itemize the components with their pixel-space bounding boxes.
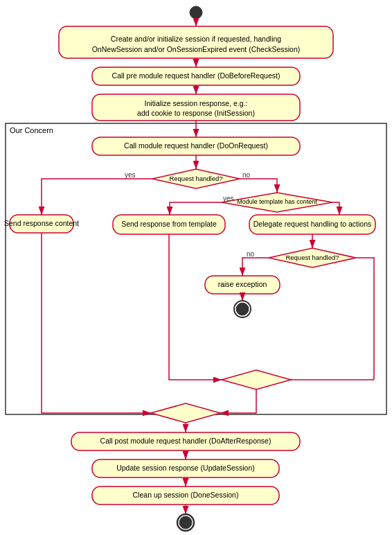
send-response-content-text: Send response content	[4, 219, 79, 227]
delegate-request-text: Delegate request handling to actions	[253, 220, 371, 228]
inner-end-node	[236, 303, 249, 315]
arrow-yes3-line	[356, 258, 374, 380]
yes-label-2: yes	[223, 195, 234, 202]
no-label-1: no	[242, 171, 251, 179]
send-from-template-text: Send response from template	[121, 220, 217, 228]
do-on-request-text: Call module request handler (DoOnRequest…	[124, 141, 268, 150]
arrow-yes1	[42, 179, 152, 215]
arrow-no2	[332, 202, 339, 215]
concern-label: Our Concern	[10, 126, 53, 134]
init-session-text1: Initialize session response, e.g.:	[145, 99, 248, 107]
check-session-text2: OnNewSession and/or OnSessionExpired eve…	[92, 45, 301, 53]
start-node	[190, 6, 202, 19]
do-before-request-text: Call pre module request handler (DoBefor…	[112, 71, 280, 80]
arrow-yes2	[170, 202, 222, 215]
update-session-text: Update session response (UpdateSession)	[116, 464, 255, 472]
arrow-no3	[242, 258, 269, 276]
no-label-2: no	[247, 250, 255, 258]
request-handled-text1: Request handled?	[169, 175, 222, 182]
check-session-text: Create and/or initialize session if requ…	[111, 35, 281, 43]
diagram-container: Create and/or initialize session if requ…	[0, 0, 392, 535]
arrow-content-merge	[42, 233, 151, 413]
merge-diamond-lower	[222, 370, 291, 389]
arrow-template-merge	[169, 234, 222, 380]
arrow-lower-upper-merge	[220, 389, 256, 413]
init-session-text2: add cookie to response (InitSession)	[137, 109, 255, 117]
done-session-text: Clean up session (DoneSession)	[133, 491, 239, 499]
merge-diamond-upper	[151, 403, 220, 423]
end-node-inner	[179, 516, 192, 529]
yes-label-1: yes	[125, 171, 136, 179]
arrow-no1	[240, 179, 277, 193]
request-handled-text2: Request handled?	[285, 254, 339, 261]
module-template-text: Module template has content	[237, 198, 317, 205]
do-after-response-text: Call post module request handler (DoAfte…	[100, 437, 271, 445]
raise-exception-text: raise exception	[218, 280, 267, 288]
